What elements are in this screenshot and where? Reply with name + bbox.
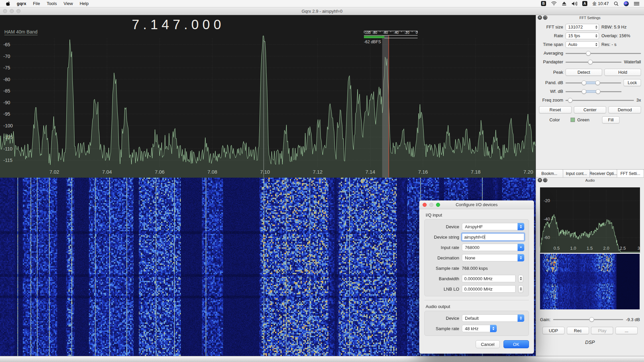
audio-options-button[interactable]: ...	[615, 327, 638, 334]
text-caret	[485, 235, 485, 239]
waterfall-db-range-slider[interactable]	[566, 89, 622, 94]
time-span-select[interactable]: Auto	[566, 41, 599, 48]
freq-zoom-label: Freq zoom	[539, 98, 563, 103]
window-title-bar[interactable]: Gqrx 2.9 - airspyhf=0	[0, 7, 644, 15]
demod-button[interactable]: Demod	[608, 106, 641, 113]
fft-color-name: Green	[577, 117, 589, 122]
device-string-input[interactable]: airspyhf=0	[462, 233, 524, 241]
eject-icon[interactable]	[562, 1, 567, 6]
rate-select[interactable]: 15 fps	[566, 33, 599, 39]
dialog-zoom-button[interactable]	[436, 203, 440, 207]
menu-help[interactable]: Help	[76, 1, 92, 6]
bandwidth-input[interactable]: 0.000000 MHz	[462, 275, 516, 282]
notification-center-icon[interactable]	[634, 2, 639, 6]
minimize-window-button[interactable]	[10, 9, 14, 13]
band-plan-label: HAM 40m Band	[4, 29, 38, 35]
fft-size-select[interactable]: 131072	[566, 24, 599, 31]
dialog-minimize-button[interactable]	[429, 203, 433, 207]
menu-clock[interactable]: 金 10:47	[592, 1, 609, 7]
input-source-icon[interactable]: A	[582, 1, 587, 6]
tab-receiver-options[interactable]: Receiver Opti...	[590, 170, 617, 177]
decimation-select[interactable]: None	[462, 254, 524, 261]
dialog-separator	[424, 300, 529, 300]
close-window-button[interactable]	[3, 9, 7, 13]
pandapter-waterfall-split-slider[interactable]	[566, 59, 622, 65]
freq-zoom-value: 3x	[636, 98, 641, 103]
dialog-close-button[interactable]	[423, 203, 427, 207]
sample-rate-label: Sample rate	[428, 266, 459, 271]
svg-text:-20: -20	[544, 198, 550, 203]
input-rate-select[interactable]: 768000	[462, 244, 524, 251]
menu-tools[interactable]: Tools	[43, 1, 60, 6]
spotlight-icon[interactable]	[614, 1, 619, 6]
svg-text:-90: -90	[3, 100, 10, 105]
fft-size-label: FFT size	[539, 24, 563, 29]
fft-panel-close-icon[interactable]: ✕	[538, 15, 542, 20]
pandapter-db-range-slider[interactable]	[566, 80, 621, 85]
window-title: Gqrx 2.9 - airspyhf=0	[0, 9, 644, 14]
peak-label: Peak	[539, 70, 563, 75]
audio-panel-close-icon[interactable]: ✕	[538, 178, 542, 182]
tab-input-controls[interactable]: Input cont...	[563, 170, 590, 177]
volume-icon[interactable]	[572, 1, 577, 6]
audio-panel-float-icon[interactable]: ❐	[543, 178, 547, 182]
decimation-label: Decimation	[428, 255, 459, 260]
audio-rate-select[interactable]: 48 kHz	[462, 325, 497, 332]
tab-fft-settings[interactable]: FFT Setti...	[617, 170, 644, 177]
menu-view[interactable]: View	[60, 1, 76, 6]
menu-app-name[interactable]: gqrx	[13, 1, 30, 6]
audio-device-select[interactable]: Default	[462, 314, 524, 322]
ok-button[interactable]: OK	[503, 340, 529, 348]
udp-button[interactable]: UDP	[542, 327, 565, 334]
audio-waterfall[interactable]	[540, 254, 640, 309]
lnb-lo-input[interactable]: 0.000000 MHz	[462, 285, 516, 293]
lock-button[interactable]: Lock	[624, 79, 641, 86]
lnb-lo-label: LNB LO	[428, 287, 459, 292]
center-button[interactable]: Center	[574, 106, 606, 113]
averaging-label: Averaging	[539, 51, 563, 56]
siri-icon[interactable]	[624, 1, 629, 6]
dock-panels: ✕ ❐ FFT Settings FFT size 131072 RBW: 5.…	[536, 15, 644, 356]
pandapter-spectrum[interactable]: -65-70-75-80-85-90-95-100-105-110-1157.0…	[0, 15, 536, 178]
zoom-window-button[interactable]	[16, 9, 20, 13]
menu-file[interactable]: File	[30, 1, 43, 6]
freq-zoom-slider[interactable]	[566, 98, 634, 103]
iq-device-select[interactable]: AirspyHF	[462, 223, 524, 230]
fft-color-swatch[interactable]	[571, 118, 575, 122]
device-label: Device	[428, 224, 459, 229]
frequency-display[interactable]: 7.147.000	[80, 17, 225, 32]
gain-label: Gain:	[540, 317, 550, 322]
audio-panel-title-bar[interactable]: ✕ ❐ Audio	[536, 178, 644, 183]
svg-text:3.: 3.	[638, 246, 640, 251]
play-button[interactable]: Play	[591, 327, 613, 334]
wf-db-label: Wf. dB	[539, 89, 563, 94]
iq-input-group: Device AirspyHF Device string airspyhf=0…	[424, 219, 529, 296]
peak-hold-button[interactable]: Hold	[604, 69, 641, 76]
tab-bookmarks[interactable]: Bookm...	[536, 170, 563, 177]
bandwidth-stepper[interactable]	[518, 275, 523, 283]
meter-ticks	[364, 31, 418, 33]
meter-bar	[364, 36, 384, 38]
overlap-info: Overlap: 156%	[601, 33, 630, 38]
menu-bar: gqrx File Tools View Help B A 金 10:47	[0, 0, 644, 7]
b-app-status-icon[interactable]: B	[541, 1, 546, 6]
rec-button[interactable]: Rec	[567, 327, 589, 334]
reset-button[interactable]: Reset	[539, 106, 572, 113]
peak-detect-button[interactable]: Detect	[566, 69, 602, 76]
averaging-slider[interactable]	[566, 51, 641, 56]
fft-panel-title-bar[interactable]: ✕ ❐ FFT Settings	[536, 15, 644, 20]
fft-panel-float-icon[interactable]: ❐	[543, 15, 547, 20]
audio-gain-slider[interactable]	[553, 317, 623, 322]
fill-button[interactable]: Fill	[602, 116, 620, 123]
audio-spectrum[interactable]: -20-40-600.51.01.52.02.53.	[540, 187, 640, 253]
spectrum-plot[interactable]: -65-70-75-80-85-90-95-100-105-110-1157.0…	[0, 15, 536, 178]
time-span-label: Time span	[539, 42, 563, 47]
svg-text:-75: -75	[3, 65, 10, 70]
apple-menu-icon[interactable]	[3, 1, 13, 6]
dialog-title-bar[interactable]: Configure I/O devices	[419, 200, 534, 209]
cancel-button[interactable]: Cancel	[476, 340, 500, 348]
lnb-lo-stepper[interactable]	[518, 285, 523, 293]
svg-text:-100: -100	[3, 123, 13, 128]
wifi-icon[interactable]	[551, 1, 557, 6]
dialog-title: Configure I/O devices	[455, 202, 497, 207]
